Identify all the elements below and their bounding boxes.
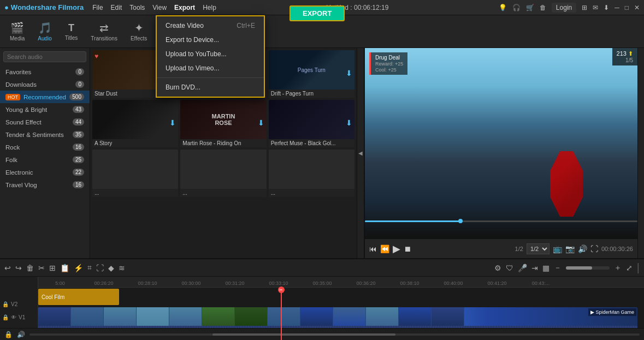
- download-martin-icon[interactable]: ⬇: [258, 118, 264, 127]
- download-drift-icon[interactable]: ⬇: [346, 69, 352, 77]
- menu-file[interactable]: File: [92, 4, 103, 11]
- track-placeholder-1[interactable]: ...: [92, 150, 178, 197]
- hud-top-right: 213 ⬆ 1/5: [612, 48, 637, 65]
- menu-view[interactable]: View: [152, 4, 167, 11]
- cut-icon[interactable]: ✂: [38, 264, 45, 272]
- lock-v2[interactable]: 🔒: [2, 301, 9, 307]
- category-young-bright[interactable]: Young & Bright 43: [0, 103, 90, 116]
- export-to-device-item[interactable]: Export to Device...: [157, 33, 264, 47]
- marker-icon[interactable]: ◆: [108, 264, 114, 272]
- play-btn[interactable]: ▶: [393, 243, 400, 255]
- cool-film-track[interactable]: Cool Film: [38, 289, 119, 305]
- favorites-count: 0: [75, 68, 84, 75]
- shield-icon[interactable]: 🛡: [506, 264, 513, 272]
- tab-effects[interactable]: ✦ Effects: [125, 19, 152, 44]
- maximize-icon[interactable]: □: [625, 4, 629, 11]
- eye-v1[interactable]: 👁: [11, 314, 16, 320]
- layout-icon[interactable]: ⊞: [582, 4, 587, 11]
- login-button[interactable]: Login: [552, 3, 576, 13]
- paste-icon[interactable]: 📋: [60, 264, 69, 272]
- close-icon[interactable]: ✕: [634, 4, 640, 11]
- trash-icon[interactable]: 🗑: [540, 4, 546, 11]
- minimize-icon[interactable]: ─: [615, 4, 619, 11]
- audio-icon: 🎵: [38, 21, 52, 34]
- track-martin[interactable]: MARTINROSE ⬇ Martin Rose - Riding On: [180, 100, 266, 147]
- burn-dvd-item[interactable]: Burn DVD...: [157, 80, 264, 94]
- headphone-icon[interactable]: 🎧: [512, 4, 521, 11]
- track-placeholder-3[interactable]: ...: [269, 150, 355, 197]
- msg-icon[interactable]: ✉: [593, 4, 598, 11]
- audio-label: Audio: [38, 35, 52, 41]
- category-rock[interactable]: Rock 16: [0, 141, 90, 153]
- create-video-item[interactable]: Create Video Ctrl+E: [157, 19, 264, 33]
- martin-overlay: MARTINROSE: [212, 113, 235, 126]
- search-input[interactable]: [3, 51, 86, 62]
- settings-icon[interactable]: ⚙: [494, 264, 501, 272]
- lock-v1[interactable]: 🔒: [2, 314, 9, 320]
- resize-icon[interactable]: ⛶: [96, 264, 104, 272]
- tab-titles[interactable]: T Titles: [60, 20, 84, 43]
- menu-export[interactable]: Export: [174, 4, 195, 11]
- plus-icon[interactable]: ＋: [614, 263, 622, 273]
- category-sound-effect[interactable]: Sound Effect 44: [0, 116, 90, 128]
- fullscreen-btn[interactable]: ⛶: [590, 244, 598, 253]
- tick-2: 00:28:10: [126, 281, 169, 286]
- lock-icon[interactable]: 🔒: [4, 331, 13, 338]
- volume-btn[interactable]: 🔊: [578, 244, 587, 253]
- export-icon[interactable]: ⇥: [531, 264, 538, 272]
- page-select[interactable]: 1/2: [527, 243, 550, 254]
- minus-icon[interactable]: －: [554, 263, 562, 273]
- screen-btn[interactable]: 📺: [553, 244, 562, 253]
- volume-icon[interactable]: 🔊: [17, 331, 25, 338]
- upload-vimeo-item[interactable]: Upload to Vimeo...: [157, 61, 264, 75]
- category-electronic[interactable]: Electronic 22: [0, 166, 90, 178]
- menu-edit[interactable]: Edit: [111, 4, 122, 11]
- category-downloads[interactable]: Downloads 0: [0, 78, 90, 91]
- download-perfect-icon[interactable]: ⬇: [346, 118, 352, 127]
- layout-icon2[interactable]: ▦: [542, 264, 550, 272]
- upload-youtube-item[interactable]: Upload to YouTube...: [157, 47, 264, 61]
- track-drift[interactable]: Pages Turn ⬇ Drift - Pages Turn: [269, 50, 355, 98]
- drift-overlay: Pages Turn: [296, 65, 328, 75]
- track-story[interactable]: ⬇ A Story: [92, 100, 178, 147]
- delete-icon[interactable]: 🗑: [26, 264, 34, 272]
- undo-icon[interactable]: ↩: [4, 264, 11, 272]
- fit-icon[interactable]: ⤢: [626, 264, 633, 272]
- audio-sync-icon[interactable]: ≋: [119, 264, 125, 272]
- export-button[interactable]: EXPORT: [289, 5, 345, 21]
- category-favorites[interactable]: Favorites 0: [0, 65, 90, 78]
- menu-help[interactable]: Help: [203, 4, 216, 11]
- panel-collapse-btn[interactable]: ◀: [357, 48, 364, 258]
- track-perfect[interactable]: ⬇ Perfect Muse - Black Gol...: [269, 100, 355, 147]
- crop-icon[interactable]: ⌗: [87, 263, 92, 272]
- step-back-btn[interactable]: ⏪: [380, 244, 389, 253]
- mic-icon[interactable]: 🎤: [518, 264, 527, 272]
- camera-btn[interactable]: 📷: [565, 244, 575, 253]
- copy-icon[interactable]: ⊞: [49, 264, 56, 272]
- preview-video: 213 ⬆ 1/5 Drug DealReward: +25Cool: +25: [365, 48, 637, 238]
- download-icon[interactable]: ⬇: [604, 4, 609, 11]
- right-scrollbar[interactable]: [637, 48, 644, 258]
- tab-media[interactable]: 🎬 Media: [4, 19, 30, 44]
- category-tender[interactable]: Tender & Sentiments 35: [0, 128, 90, 141]
- category-recommended[interactable]: HOT Recommended 500: [0, 91, 90, 103]
- track-placeholder-label-2: ...: [180, 189, 266, 197]
- bottom-scrollbar[interactable]: [29, 333, 640, 336]
- tab-transitions[interactable]: ⇄ Transitions: [85, 19, 123, 44]
- track-title-martin: Martin Rose - Riding On: [180, 139, 266, 147]
- download-story-icon[interactable]: ⬇: [169, 118, 176, 127]
- bulb-icon[interactable]: 💡: [499, 4, 507, 11]
- redo-icon[interactable]: ↪: [15, 264, 22, 272]
- category-folk[interactable]: Folk 25: [0, 153, 90, 166]
- stop-btn[interactable]: ⏹: [404, 244, 411, 253]
- category-travel-vlog[interactable]: Travel Vlog 16: [0, 178, 90, 191]
- time-display: 00:00:30:26: [601, 246, 633, 252]
- cart-icon[interactable]: 🛒: [526, 4, 534, 11]
- rewind-btn[interactable]: ⏮: [369, 244, 377, 253]
- menu-tools[interactable]: Tools: [129, 4, 145, 11]
- split-icon[interactable]: ⚡: [74, 264, 83, 272]
- tab-audio[interactable]: 🎵 Audio: [32, 19, 57, 44]
- track-placeholder-2[interactable]: ...: [180, 150, 266, 197]
- track-placeholder-label-3: ...: [269, 189, 355, 197]
- spiderman-game-track[interactable]: ▶ SpiderMan Game: [38, 307, 637, 328]
